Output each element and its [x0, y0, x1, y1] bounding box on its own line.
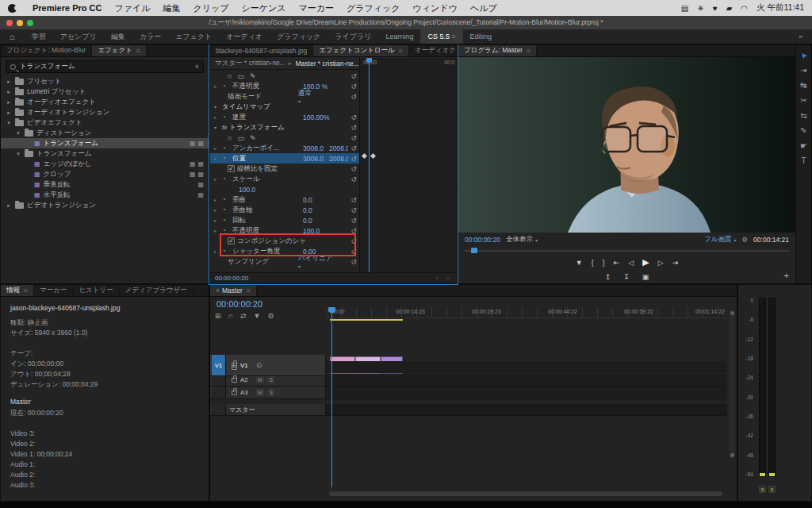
reset-icon[interactable]: ↺: [350, 248, 357, 256]
stopwatch-icon[interactable]: ◔: [222, 144, 230, 152]
tree-folder-0[interactable]: ▸プリセット: [1, 76, 209, 87]
tree-folder-3[interactable]: ▸オーディオトランジション: [1, 107, 209, 117]
reset-icon[interactable]: ↺: [350, 144, 357, 152]
mute-button[interactable]: M: [256, 376, 264, 383]
snap-icon[interactable]: ∩: [228, 312, 233, 320]
stopwatch-icon[interactable]: ◔: [222, 114, 230, 121]
zoom-window-button[interactable]: [27, 20, 33, 26]
timeline-timecode[interactable]: 00:00:00:20: [216, 299, 262, 309]
program-timecode[interactable]: 00:00:00:20: [465, 236, 500, 244]
apple-menu-icon[interactable]: [8, 4, 17, 13]
param-value[interactable]: 0.0: [303, 217, 312, 225]
reset-icon[interactable]: ↺: [350, 227, 357, 235]
reset-icon[interactable]: ↺: [350, 237, 357, 245]
stopwatch-icon[interactable]: ◔: [222, 155, 230, 162]
timeline-ruler[interactable]: 00:0000:00:14:2300:00:29:2300:00:44:2200…: [326, 307, 727, 318]
menu-item-8[interactable]: ヘルプ: [470, 2, 497, 14]
tree-folder-2[interactable]: ▸オーディオエフェクト: [1, 97, 209, 107]
menu-item-6[interactable]: グラフィック: [347, 2, 400, 14]
extract-button[interactable]: ↧: [623, 273, 630, 281]
close-window-button[interactable]: [6, 20, 13, 26]
ellipse-mask-icon[interactable]: ○: [228, 134, 232, 142]
tree-folder-7[interactable]: ▾トランスフォーム: [1, 148, 209, 159]
reset-icon[interactable]: ↺: [350, 175, 357, 183]
close-icon[interactable]: ×: [216, 287, 220, 294]
tree-effect-8[interactable]: ▦エッジのぼかし▦▦: [1, 159, 209, 169]
reset-icon[interactable]: ↺: [350, 93, 357, 101]
track-name-a3[interactable]: A3: [240, 389, 253, 396]
solo-indicator-0[interactable]: S: [759, 486, 766, 493]
battery-icon[interactable]: ▰: [726, 4, 733, 13]
ec-tabbar-tab-0[interactable]: blackeye-640587-unsplash.jpg: [210, 45, 313, 56]
horizontal-scrollbar[interactable]: [329, 491, 722, 496]
panel-menu-icon[interactable]: ≡: [136, 47, 140, 55]
effects-tabbar-tab-0[interactable]: プロジェクト: Motion-Blur: [1, 45, 92, 56]
chevron-right-icon[interactable]: ▸: [214, 207, 220, 213]
menu-item-0[interactable]: Premiere Pro CC: [33, 3, 102, 13]
nest-toggle-icon[interactable]: ⊞: [215, 312, 221, 320]
razor-tool[interactable]: ✂: [798, 96, 810, 106]
stopwatch-icon[interactable]: ◔: [222, 206, 230, 214]
chevron-right-icon[interactable]: ▸: [6, 110, 12, 116]
lock-icon[interactable]: [232, 365, 237, 370]
chevron-right-icon[interactable]: ▸: [6, 79, 12, 85]
workspace-tab-10[interactable]: Editing: [463, 29, 500, 44]
workspace-tab-9[interactable]: CS 5.5≡: [420, 29, 462, 44]
slip-tool[interactable]: ⇆: [798, 111, 810, 121]
ripple-edit-tool[interactable]: ↹: [798, 81, 810, 90]
home-icon[interactable]: ⌂: [0, 32, 25, 41]
stopwatch-icon[interactable]: ◔: [222, 175, 230, 183]
workspace-tab-4[interactable]: エフェクト: [168, 29, 219, 44]
pen-mask-icon[interactable]: ✎: [250, 72, 256, 80]
chevron-down-icon[interactable]: ▾: [214, 104, 220, 110]
zoom-level-dropdown[interactable]: 全体表示 ▾: [506, 235, 538, 244]
checkbox[interactable]: ✓: [228, 165, 235, 172]
param-dropdown[interactable]: 通常 ▾: [298, 89, 312, 104]
param-value[interactable]: 100.0: [239, 186, 255, 194]
track-lane-master[interactable]: [326, 404, 727, 415]
chevron-right-icon[interactable]: ▸: [214, 156, 220, 161]
tree-folder-12[interactable]: ▸ビデオトランジション: [1, 200, 209, 210]
info-tabbar-tab-3[interactable]: メディアブラウザー: [120, 285, 193, 296]
chevron-right-icon[interactable]: ▸: [6, 89, 12, 95]
rect-mask-icon[interactable]: ▭: [237, 72, 244, 80]
source-patch-a3[interactable]: [212, 387, 226, 398]
pen-mask-icon[interactable]: ✎: [250, 134, 256, 142]
stopwatch-icon[interactable]: ◔: [222, 217, 230, 224]
panel-menu-icon[interactable]: ≡: [24, 287, 28, 294]
linked-selection-icon[interactable]: ⇄: [240, 312, 247, 320]
reset-icon[interactable]: ↺: [350, 114, 357, 121]
tree-effect-9[interactable]: ▦クロップ▦▦: [1, 169, 209, 179]
program-scrubber[interactable]: [465, 248, 789, 253]
reset-icon[interactable]: ↺: [350, 155, 357, 163]
ellipse-mask-icon[interactable]: ○: [228, 72, 232, 80]
selection-tool[interactable]: ➤: [796, 48, 811, 64]
mark-in-button[interactable]: {: [592, 259, 594, 267]
hand-tool[interactable]: ☛: [798, 141, 810, 151]
more-workspaces-icon[interactable]: »: [789, 33, 812, 40]
ec-tabbar-tab-1[interactable]: エフェクトコントロール≡: [313, 45, 408, 56]
chevron-right-icon[interactable]: ▸: [214, 145, 220, 151]
settings-wrench-icon[interactable]: ⚙: [741, 236, 748, 244]
wifi-icon[interactable]: ◠: [741, 4, 748, 13]
reset-icon[interactable]: ↺: [350, 217, 357, 225]
keyboard-icon[interactable]: ▤: [681, 4, 688, 13]
workspace-tab-1[interactable]: アセンブリ: [53, 29, 104, 44]
effects-search-input[interactable]: トランスフォーム ×: [6, 60, 204, 73]
info-tabbar-tab-0[interactable]: 情報≡: [1, 285, 34, 296]
menu-item-7[interactable]: ウィンドウ: [413, 2, 458, 14]
panel-menu-icon[interactable]: ≡: [399, 47, 403, 55]
track-name-master[interactable]: マスター: [229, 406, 255, 414]
chevron-right-icon[interactable]: ▸: [214, 83, 220, 89]
ec-tabbar-tab-2[interactable]: オーディオクリップミキサー: [409, 45, 457, 56]
stopwatch-icon[interactable]: ◔: [222, 196, 230, 203]
reset-icon[interactable]: ↺: [350, 72, 357, 80]
chevron-right-icon[interactable]: ▸: [214, 197, 220, 202]
toggle-track-output-icon[interactable]: ⊙: [256, 361, 262, 369]
reset-icon[interactable]: ↺: [350, 196, 357, 204]
panel-menu-icon[interactable]: ≡: [527, 47, 530, 55]
ec-zoom-controls[interactable]: ▫ ▫: [436, 275, 452, 282]
ec-keyframe-lane[interactable]: :00:00 00:0: [359, 58, 457, 272]
reset-icon[interactable]: ↺: [350, 134, 357, 142]
menu-item-4[interactable]: シーケンス: [242, 2, 286, 14]
